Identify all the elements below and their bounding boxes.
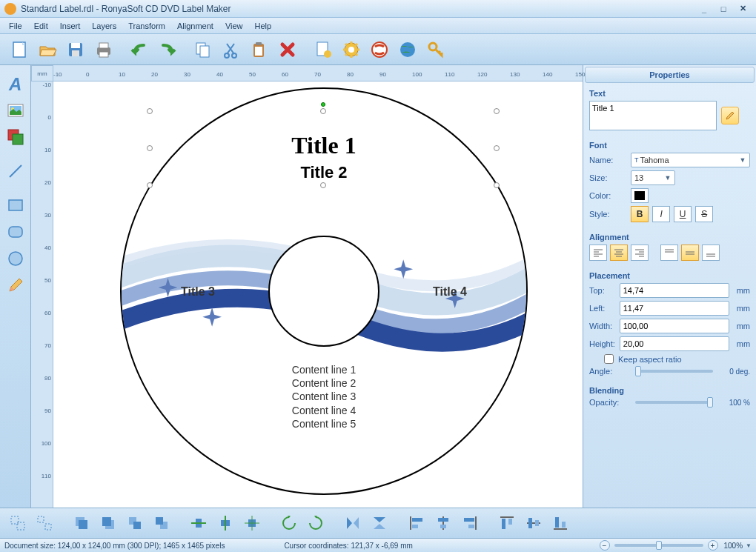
- settings-button[interactable]: [338, 36, 365, 63]
- key-button[interactable]: [422, 36, 449, 63]
- valign-top-button[interactable]: [660, 245, 678, 261]
- blending-section-label: Blending: [589, 385, 750, 398]
- print-button[interactable]: [90, 36, 117, 63]
- title-4[interactable]: Title 4: [433, 285, 467, 299]
- align-right-edges-button[interactable]: [458, 511, 482, 535]
- angle-slider[interactable]: [635, 370, 713, 373]
- center-h-button[interactable]: [187, 511, 210, 535]
- align-right-button[interactable]: [631, 245, 649, 261]
- layers-tool[interactable]: [3, 124, 28, 150]
- valign-bottom-button[interactable]: [702, 245, 720, 261]
- paste-button[interactable]: [246, 36, 273, 63]
- flip-h-button[interactable]: [341, 511, 365, 535]
- app-icon: [4, 3, 16, 15]
- delete-button[interactable]: [274, 36, 301, 63]
- valign-middle-button[interactable]: [681, 245, 699, 261]
- new-button[interactable]: [6, 36, 33, 63]
- web-button[interactable]: [394, 36, 421, 63]
- title-3[interactable]: Title 3: [181, 285, 215, 299]
- pencil-tool[interactable]: [3, 273, 28, 298]
- title-2[interactable]: Title 2: [300, 163, 347, 182]
- properties-header: Properties: [585, 67, 755, 83]
- text-section-label: Text: [589, 87, 750, 101]
- align-center-h-button[interactable]: [431, 511, 455, 535]
- copy-button[interactable]: [190, 36, 216, 63]
- align-top-edges-button[interactable]: [495, 511, 519, 535]
- rotate-right-button[interactable]: [304, 511, 328, 535]
- open-button[interactable]: [34, 36, 61, 63]
- undo-button[interactable]: [126, 36, 153, 63]
- width-input[interactable]: [620, 319, 729, 333]
- svg-rect-3: [72, 50, 79, 56]
- opacity-slider[interactable]: [635, 401, 713, 404]
- menubar: File Edit Insert Layers Transform Alignm…: [0, 18, 756, 34]
- close-button[interactable]: ✕: [734, 3, 752, 15]
- rotate-left-button[interactable]: [277, 511, 301, 535]
- ungroup-button[interactable]: [33, 511, 56, 535]
- center-v-button[interactable]: [213, 511, 237, 535]
- placement-section-label: Placement: [589, 270, 750, 283]
- menu-file[interactable]: File: [3, 20, 28, 32]
- text-input[interactable]: [589, 101, 717, 130]
- bring-forward-button[interactable]: [123, 511, 147, 535]
- svg-rect-8: [200, 46, 209, 57]
- keep-aspect-checkbox[interactable]: [604, 354, 614, 364]
- ellipse-tool[interactable]: [3, 246, 28, 271]
- align-left-edges-button[interactable]: [405, 511, 428, 535]
- page-setup-button[interactable]: [310, 36, 336, 63]
- bring-front-button[interactable]: [70, 511, 93, 535]
- svg-rect-13: [255, 47, 262, 56]
- help-button[interactable]: [366, 36, 393, 63]
- zoom-slider[interactable]: [614, 544, 703, 547]
- save-button[interactable]: [62, 36, 89, 63]
- menu-transform[interactable]: Transform: [122, 20, 171, 32]
- font-color-button[interactable]: [631, 188, 649, 203]
- maximize-button[interactable]: □: [714, 3, 732, 15]
- rectangle-tool[interactable]: [3, 193, 28, 218]
- image-tool[interactable]: [3, 98, 28, 123]
- svg-rect-65: [535, 520, 539, 526]
- send-backward-button[interactable]: [150, 511, 173, 535]
- title-1[interactable]: Title 1: [291, 132, 356, 159]
- edit-text-button[interactable]: [721, 107, 739, 124]
- cd-label[interactable]: Title 1 Title 2 Title 3 Title 4 Content …: [120, 87, 528, 495]
- menu-insert[interactable]: Insert: [54, 20, 87, 32]
- menu-view[interactable]: View: [219, 20, 249, 32]
- top-input[interactable]: [620, 283, 729, 298]
- canvas[interactable]: Title 1 Title 2 Title 3 Title 4 Content …: [53, 82, 583, 508]
- svg-rect-59: [468, 525, 474, 528]
- ruler-vertical: -10 0 10 20 30 40 50 60 70 80 90 100 110: [31, 82, 53, 508]
- flip-v-button[interactable]: [368, 511, 391, 535]
- align-center-v-button[interactable]: [522, 511, 546, 535]
- redo-button[interactable]: [154, 36, 181, 63]
- height-input[interactable]: [620, 336, 729, 351]
- zoom-out-button[interactable]: −: [600, 540, 610, 551]
- line-tool[interactable]: [3, 159, 28, 184]
- zoom-in-button[interactable]: +: [708, 540, 718, 551]
- font-size-combo[interactable]: 13▼: [631, 170, 675, 185]
- group-button[interactable]: [6, 511, 30, 535]
- align-center-button[interactable]: [610, 245, 628, 261]
- cut-button[interactable]: [218, 36, 245, 63]
- italic-button[interactable]: I: [652, 206, 670, 222]
- font-name-combo[interactable]: TTahoma▼: [631, 153, 750, 167]
- align-bottom-edges-button[interactable]: [548, 511, 572, 535]
- text-tool[interactable]: A: [3, 71, 28, 96]
- underline-button[interactable]: U: [674, 206, 692, 222]
- menu-edit[interactable]: Edit: [28, 20, 54, 32]
- strike-button[interactable]: S: [695, 206, 713, 222]
- align-left-button[interactable]: [589, 245, 607, 261]
- bottom-toolbar: [0, 508, 756, 539]
- menu-layers[interactable]: Layers: [86, 20, 122, 32]
- minimize-button[interactable]: _: [695, 3, 713, 15]
- left-toolbar: A: [0, 65, 31, 508]
- left-input[interactable]: [620, 301, 729, 316]
- statusbar: Document size: 124,00 x 124,00 mm (300 D…: [0, 539, 756, 552]
- menu-help[interactable]: Help: [249, 20, 278, 32]
- bold-button[interactable]: B: [631, 206, 649, 222]
- content-block[interactable]: Content line 1 Content line 2 Content li…: [292, 363, 356, 430]
- rounded-rect-tool[interactable]: [3, 219, 28, 245]
- center-both-button[interactable]: [240, 511, 264, 535]
- send-back-button[interactable]: [96, 511, 120, 535]
- menu-alignment[interactable]: Alignment: [171, 20, 219, 32]
